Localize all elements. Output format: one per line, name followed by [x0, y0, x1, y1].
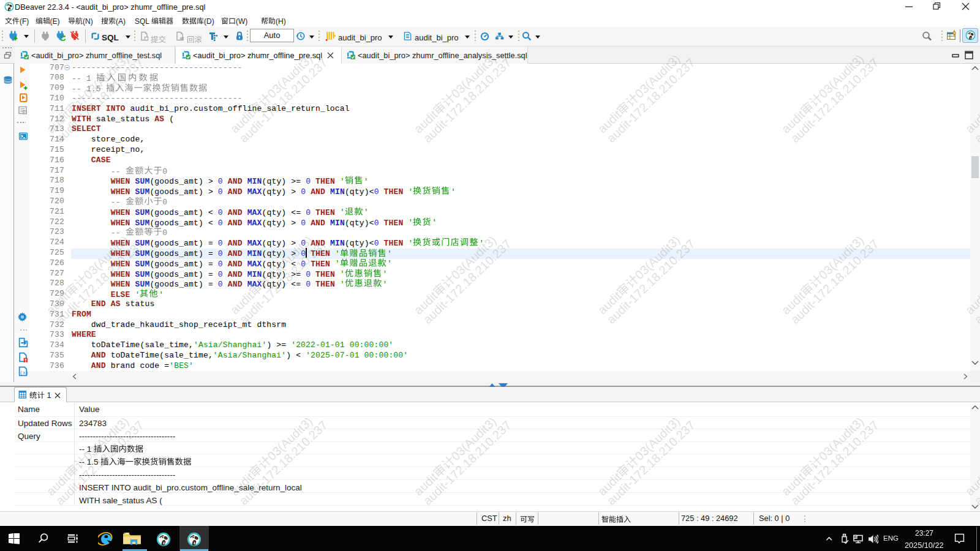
- svg-text:(x): (x): [20, 370, 28, 375]
